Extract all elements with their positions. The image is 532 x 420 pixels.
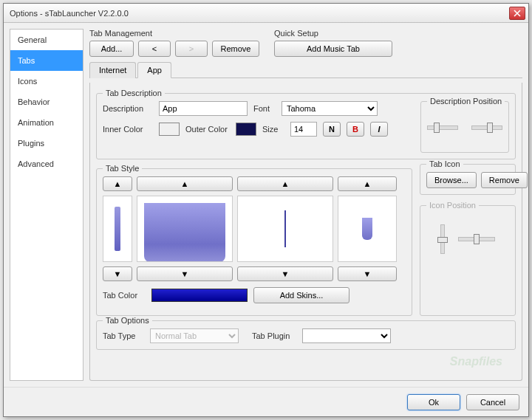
icon-pos-hslider[interactable] xyxy=(458,237,495,241)
tab-type-select: Normal Tab xyxy=(150,328,239,343)
font-select[interactable]: Tahoma xyxy=(282,101,378,116)
tab-description-legend: Tab Description xyxy=(103,89,165,97)
options-window: Options - sTabLauncher V2.2.0.0 General … xyxy=(3,3,529,417)
tab-type-label: Tab Type xyxy=(103,331,144,340)
close-button[interactable] xyxy=(509,7,525,20)
remove-button[interactable]: Remove xyxy=(212,41,259,57)
quick-setup-label: Quick Setup xyxy=(274,29,392,38)
description-input[interactable] xyxy=(159,101,248,116)
icon-remove-button[interactable]: Remove xyxy=(481,172,528,188)
style-preview-3[interactable] xyxy=(237,196,333,262)
style-down-3[interactable]: ▼ xyxy=(237,266,333,281)
footer: Ok Cancel xyxy=(4,387,528,416)
icon-position-fieldset: Icon Position xyxy=(420,205,516,316)
caret-down-icon: ▼ xyxy=(364,269,372,278)
content: General Tabs Icons Behavior Animation Pl… xyxy=(4,23,528,387)
style-up-2[interactable]: ▲ xyxy=(137,176,233,191)
inner-color-label: Inner Color xyxy=(103,125,153,134)
add-button[interactable]: Add... xyxy=(89,41,134,57)
italic-style-button[interactable]: I xyxy=(370,122,388,137)
next-button[interactable]: > xyxy=(175,41,208,57)
tab-description-fieldset: Tab Description Description Font Tahoma … xyxy=(96,93,516,159)
bold-style-button[interactable]: B xyxy=(347,122,364,137)
caret-up-icon: ▲ xyxy=(364,179,372,188)
size-input[interactable] xyxy=(290,122,317,137)
tab-management-group: Tab Management Add... < > Remove xyxy=(89,29,259,57)
prev-button[interactable]: < xyxy=(138,41,171,57)
tab-icon-legend: Tab Icon xyxy=(426,159,463,168)
description-position-fieldset: Description Position xyxy=(420,101,509,153)
caret-up-icon: ▲ xyxy=(181,179,189,188)
style-down-2[interactable]: ▼ xyxy=(137,266,233,281)
sidebar-item-behavior[interactable]: Behavior xyxy=(10,92,83,112)
tab-app[interactable]: App xyxy=(137,62,171,78)
ok-button[interactable]: Ok xyxy=(407,394,460,410)
caret-up-icon: ▲ xyxy=(114,179,122,188)
normal-style-button[interactable]: N xyxy=(323,122,341,137)
close-icon xyxy=(514,10,521,17)
caret-up-icon: ▲ xyxy=(282,179,290,188)
add-skins-button[interactable]: Add Skins... xyxy=(253,287,349,303)
style-down-4[interactable]: ▼ xyxy=(338,266,397,281)
tab-plugin-select[interactable] xyxy=(302,328,391,343)
tab-options-legend: Tab Options xyxy=(103,316,152,325)
size-label: Size xyxy=(262,125,284,134)
tab-style-legend: Tab Style xyxy=(103,164,142,173)
quick-setup-group: Quick Setup Add Music Tab xyxy=(274,29,392,57)
icon-pos-vslider[interactable] xyxy=(440,224,445,254)
style-up-1[interactable]: ▲ xyxy=(103,176,132,191)
add-music-tab-button[interactable]: Add Music Tab xyxy=(274,41,392,57)
caret-down-icon: ▼ xyxy=(114,269,122,278)
cancel-button[interactable]: Cancel xyxy=(466,394,519,410)
style-preview-1[interactable] xyxy=(103,196,132,262)
style-up-3[interactable]: ▲ xyxy=(237,176,333,191)
style-up-4[interactable]: ▲ xyxy=(338,176,397,191)
browse-button[interactable]: Browse... xyxy=(426,172,477,188)
sidebar-item-tabs[interactable]: Tabs xyxy=(10,50,83,71)
sidebar-item-advanced[interactable]: Advanced xyxy=(10,154,83,174)
desc-pos-hslider[interactable] xyxy=(427,125,458,130)
top-row: Tab Management Add... < > Remove Quick S… xyxy=(89,29,522,57)
description-position-legend: Description Position xyxy=(427,97,505,106)
caret-down-icon: ▼ xyxy=(181,269,189,278)
sidebar-item-animation[interactable]: Animation xyxy=(10,112,83,133)
tab-plugin-label: Tab Plugin xyxy=(252,331,296,340)
outer-color-swatch[interactable] xyxy=(236,123,256,136)
inner-color-swatch[interactable] xyxy=(159,123,180,136)
sidebar: General Tabs Icons Behavior Animation Pl… xyxy=(10,29,83,381)
tab-style-fieldset: Tab Style ▲ ▲ ▲ ▲ ▼ ▼ ▼ xyxy=(96,168,412,316)
inner-tab-strip: Internet App xyxy=(89,61,522,78)
outer-color-label: Outer Color xyxy=(185,125,230,134)
window-title: Options - sTabLauncher V2.2.0.0 xyxy=(7,9,509,18)
font-label: Font xyxy=(253,104,276,113)
main-panel: Tab Management Add... < > Remove Quick S… xyxy=(89,29,522,381)
style-preview-2[interactable] xyxy=(137,196,233,262)
titlebar: Options - sTabLauncher V2.2.0.0 xyxy=(4,4,528,23)
desc-pos-hslider2[interactable] xyxy=(471,125,502,130)
style-preview-4[interactable] xyxy=(338,196,397,262)
tab-icon-fieldset: Tab Icon Browse... Remove xyxy=(420,164,516,195)
sidebar-item-plugins[interactable]: Plugins xyxy=(10,133,83,154)
style-down-1[interactable]: ▼ xyxy=(103,266,132,281)
tab-color-label: Tab Color xyxy=(103,291,146,300)
tab-internet[interactable]: Internet xyxy=(89,62,136,78)
tab-panel: Tab Description Description Font Tahoma … xyxy=(89,83,522,381)
icon-position-legend: Icon Position xyxy=(426,201,479,210)
tab-color-swatch[interactable] xyxy=(151,289,248,302)
caret-down-icon: ▼ xyxy=(282,269,290,278)
tab-options-fieldset: Tab Options Tab Type Normal Tab Tab Plug… xyxy=(96,320,516,350)
description-label: Description xyxy=(103,104,153,113)
tab-management-label: Tab Management xyxy=(89,29,259,38)
sidebar-item-general[interactable]: General xyxy=(10,30,83,50)
sidebar-item-icons[interactable]: Icons xyxy=(10,71,83,92)
